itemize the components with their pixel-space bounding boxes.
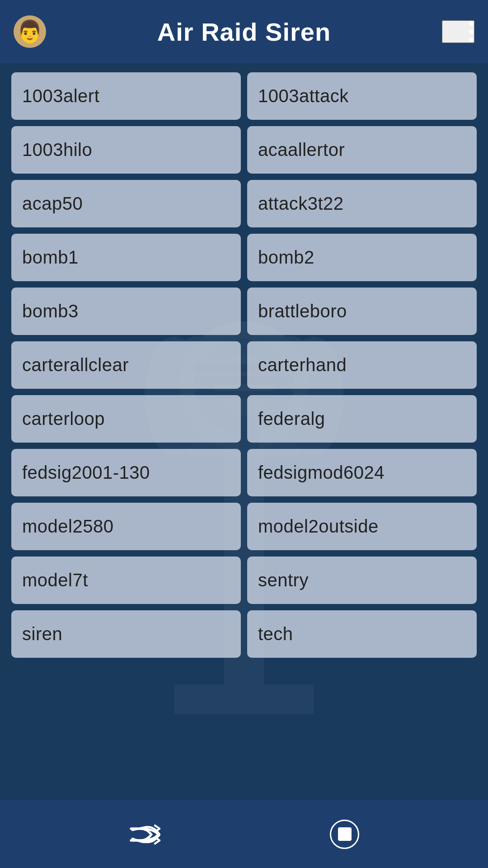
sound-button-1003alert[interactable]: 1003alert (11, 72, 241, 120)
sound-button-federalg[interactable]: federalg (247, 395, 477, 443)
avatar-emoji: 👨 (16, 19, 43, 44)
sound-button-bomb3[interactable]: bomb3 (11, 288, 241, 335)
sound-button-tech[interactable]: tech (247, 610, 477, 658)
shuffle-icon (129, 822, 163, 847)
sound-button-model2580[interactable]: model2580 (11, 503, 241, 550)
sound-button-acaallertor[interactable]: acaallertor (247, 126, 477, 174)
sound-button-attack3t22[interactable]: attack3t22 (247, 180, 477, 227)
sound-button-bomb2[interactable]: bomb2 (247, 234, 477, 281)
stop-button[interactable] (321, 811, 368, 858)
sound-button-bomb1[interactable]: bomb1 (11, 234, 241, 281)
menu-dot-3 (469, 38, 474, 42)
avatar: 👨 (14, 15, 46, 48)
sound-button-fedsig2001-130[interactable]: fedsig2001-130 (11, 449, 241, 496)
sound-button-1003attack[interactable]: 1003attack (247, 72, 477, 120)
bottom-bar (0, 800, 488, 868)
menu-dot-1 (469, 21, 474, 26)
stop-square (338, 827, 352, 841)
sound-grid: 1003alert1003attack1003hiloacaallertorac… (11, 72, 477, 658)
menu-dot-2 (469, 29, 474, 34)
sound-button-model2outside[interactable]: model2outside (247, 503, 477, 550)
more-options-button[interactable] (442, 20, 474, 43)
sound-button-sentry[interactable]: sentry (247, 557, 477, 604)
sound-button-brattleboro[interactable]: brattleboro (247, 288, 477, 335)
stop-icon (330, 820, 359, 849)
sound-button-carterloop[interactable]: carterloop (11, 395, 241, 443)
sound-button-model7t[interactable]: model7t (11, 557, 241, 604)
sound-button-siren[interactable]: siren (11, 610, 241, 658)
app-title: Air Raid Siren (46, 17, 442, 47)
shuffle-button[interactable] (120, 813, 172, 856)
content-area: 1003alert1003attack1003hiloacaallertorac… (0, 63, 488, 868)
svg-rect-1 (174, 684, 314, 714)
app-header: 👨 Air Raid Siren (0, 0, 488, 63)
sound-button-fedsigmod6024[interactable]: fedsigmod6024 (247, 449, 477, 496)
sound-button-carterallclear[interactable]: carterallclear (11, 341, 241, 389)
sound-button-carterhand[interactable]: carterhand (247, 341, 477, 389)
sound-button-1003hilo[interactable]: 1003hilo (11, 126, 241, 174)
sound-button-acap50[interactable]: acap50 (11, 180, 241, 227)
